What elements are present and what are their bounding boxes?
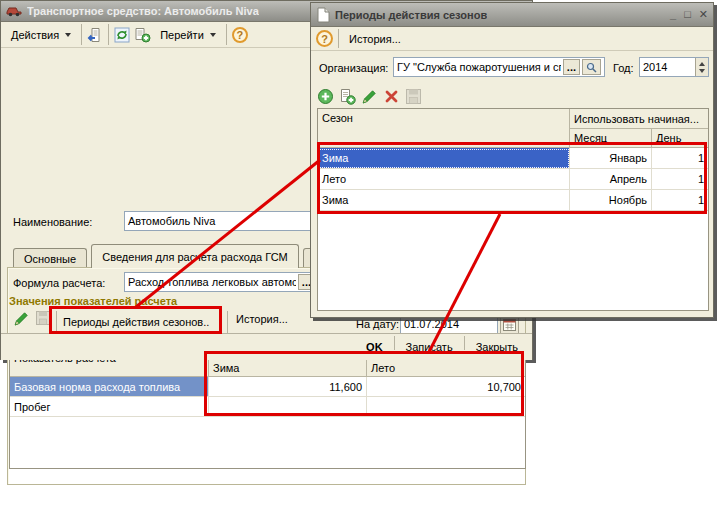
on-date-label: На дату: (356, 318, 399, 330)
window-controls: _ □ ✕ (670, 9, 708, 20)
write-close-icon[interactable] (87, 27, 103, 43)
formula-field[interactable]: Расход топлива легковых автомс ... (124, 272, 319, 292)
maximize-button[interactable]: □ (684, 9, 691, 20)
year-field[interactable]: 2014 (639, 57, 709, 77)
footer-separator (394, 336, 395, 350)
tab-fuel-info[interactable]: Сведения для расчета расхода ГСМ (91, 244, 299, 268)
toolbar-separator (81, 24, 82, 45)
desktop: Транспортное средство: Автомобиль Niva Д… (0, 0, 717, 516)
tab-main[interactable]: Основные (13, 248, 87, 268)
season-periods-titlebar[interactable]: Периоды действия сезонов _ □ ✕ (311, 3, 713, 27)
actions-menu-button[interactable]: Действия (6, 27, 76, 43)
season-periods-toolbar: ? История... (311, 27, 713, 51)
copy-add-icon[interactable] (134, 27, 151, 43)
history-button-fg[interactable]: История... (344, 31, 406, 47)
help-button[interactable]: ? (316, 30, 333, 47)
dropdown-arrow-icon (65, 33, 71, 37)
window-title: Транспортное средство: Автомобиль Niva (27, 5, 259, 17)
year-spinner[interactable] (695, 58, 708, 76)
name-label: Наименование: (13, 216, 92, 228)
copy-row-icon[interactable] (339, 88, 356, 105)
year-label: Год: (613, 62, 634, 74)
add-row-icon[interactable] (317, 88, 334, 105)
annotation-rect-season-rows (317, 142, 707, 214)
dropdown-arrow-icon (210, 33, 216, 37)
column-header-use-starting[interactable]: Использовать начиная... (570, 109, 708, 129)
footer-separator (464, 336, 465, 350)
minimize-button[interactable]: _ (670, 9, 676, 20)
delete-row-icon[interactable] (383, 88, 400, 105)
edit-pencil-icon[interactable] (13, 310, 30, 327)
organization-lookup-button[interactable] (582, 59, 601, 75)
annotation-rect-periods-button (49, 306, 222, 334)
toolbar-separator (338, 29, 339, 48)
window-title: Периоды действия сезонов (335, 9, 487, 21)
toolbar-separator (226, 24, 227, 45)
calendar-icon (503, 318, 516, 331)
help-button[interactable]: ? (232, 27, 248, 43)
table-cell-indicator[interactable]: Базовая норма расхода топлива (10, 377, 209, 397)
history-button-bg[interactable]: История... (231, 311, 293, 327)
organization-field[interactable]: ГУ "Служба пожаротушения и сп ... (393, 57, 605, 77)
edit-pencil-icon[interactable] (361, 88, 378, 105)
spin-up-icon[interactable] (699, 62, 705, 66)
save-table-icon-disabled (405, 88, 422, 105)
formula-label: Формула расчета: (13, 277, 105, 289)
organization-ellipsis-button[interactable]: ... (563, 59, 580, 75)
table-cell-indicator[interactable]: Пробег (10, 397, 209, 417)
spin-down-icon[interactable] (699, 69, 705, 73)
magnifier-icon (586, 62, 597, 73)
organization-label: Организация: (319, 62, 388, 74)
annotation-rect-seasonal-values (204, 351, 524, 416)
toolbar-separator (227, 311, 228, 333)
toolbar-separator (108, 24, 109, 45)
document-icon (316, 7, 330, 23)
go-to-menu-button[interactable]: Перейти (155, 27, 221, 43)
vehicle-icon (6, 5, 22, 17)
close-window-button[interactable]: ✕ (699, 9, 708, 20)
refresh-icon[interactable] (114, 27, 130, 43)
